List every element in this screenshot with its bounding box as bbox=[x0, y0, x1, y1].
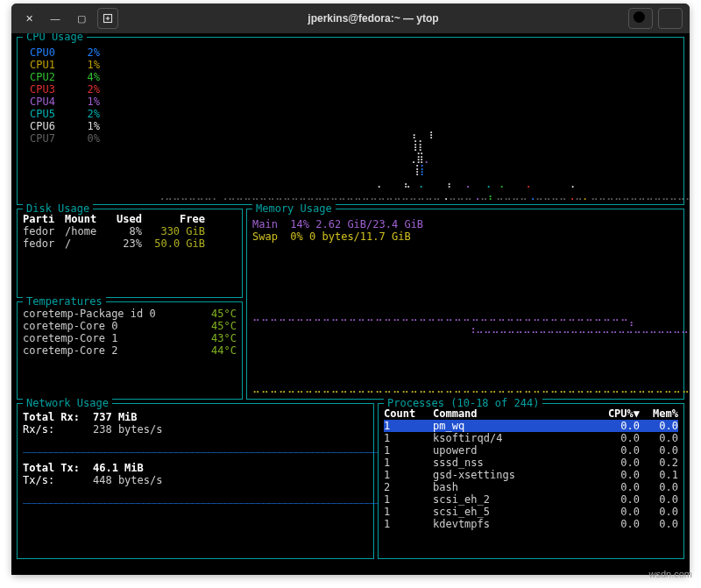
temp-row: coretemp-Core 045°C bbox=[23, 320, 237, 332]
temp-row: coretemp-Core 143°C bbox=[23, 332, 237, 344]
process-row[interactable]: 1gsd-xsettings0.00.1 bbox=[384, 469, 678, 481]
net-tx-graph: ________________________________________… bbox=[23, 492, 368, 504]
process-row[interactable]: 2bash0.00.0 bbox=[384, 481, 678, 493]
net-txs-label: Tx/s: bbox=[23, 474, 93, 486]
memory-panel-title: Memory Usage bbox=[252, 202, 336, 215]
network-panel-title: Network Usage bbox=[23, 397, 112, 409]
disk-row: fedor/23%50.0 GiB bbox=[23, 237, 237, 250]
process-headers: Count Command CPU%▼ Mem% bbox=[384, 407, 678, 420]
net-txs-value: 448 bytes/s bbox=[93, 474, 162, 486]
disk-usage-panel: Disk Usage Parti Mount Used Free fedor/h… bbox=[17, 209, 243, 298]
process-row[interactable]: 1pm_wq0.00.0 bbox=[384, 420, 678, 432]
net-rx-label: Total Rx: bbox=[23, 411, 93, 423]
cpu-core-row: CPU32% bbox=[30, 83, 678, 96]
cpu-core-row: CPU02% bbox=[30, 46, 678, 59]
net-rx-value: 737 MiB bbox=[93, 411, 138, 423]
net-tx-value: 46.1 MiB bbox=[93, 462, 144, 474]
titlebar: ✕ — ▢ jperkins@fedora:~ — ytop bbox=[11, 4, 690, 33]
processes-panel: Processes (10-18 of 244) Count Command C… bbox=[378, 403, 684, 559]
search-button[interactable] bbox=[628, 8, 653, 29]
process-row[interactable]: 1ksoftirqd/40.00.0 bbox=[384, 432, 678, 444]
watermark: wsdn.com bbox=[648, 569, 692, 579]
temp-row: coretemp-Core 244°C bbox=[23, 344, 237, 357]
maximize-button[interactable]: ▢ bbox=[71, 8, 92, 29]
minimize-button[interactable]: — bbox=[45, 8, 66, 29]
processes-panel-title: Processes (10-18 of 244) bbox=[384, 397, 542, 409]
window-title: jperkins@fedora:~ — ytop bbox=[118, 12, 628, 25]
sort-column-cpu[interactable]: CPU%▼ bbox=[601, 407, 640, 420]
disk-row: fedor/home8%330 GiB bbox=[23, 225, 237, 237]
svg-point-3 bbox=[634, 11, 645, 23]
process-row[interactable]: 1scsi_eh_50.00.0 bbox=[384, 506, 678, 518]
cpu-usage-panel: CPU Usage CPU02%CPU11%CPU24%CPU32%CPU41%… bbox=[17, 37, 684, 205]
temps-panel-title: Temperatures bbox=[23, 295, 106, 308]
svg-line-4 bbox=[643, 21, 649, 27]
cpu-core-row: CPU41% bbox=[30, 96, 678, 108]
process-row[interactable]: 1kdevtmpfs0.00.0 bbox=[384, 518, 678, 530]
process-row[interactable]: 1scsi_eh_20.00.0 bbox=[384, 493, 678, 506]
process-row[interactable]: 1upowerd0.00.0 bbox=[384, 444, 678, 457]
cpu-graph: ⠀⢀⣀⣀⣀⣀⣀⣀⡀⢀⣀⣀⣀⣀⣀⣀⣀⣀⣀⣀⣀⣀⣀⣀⣀⣀⣀⣀⣀⣀⣀⣀⣀⣀⣀⣀⣀⢀⣀⣀… bbox=[149, 113, 678, 201]
temperatures-panel: Temperatures coretemp-Package id 045°Cco… bbox=[17, 301, 243, 400]
memory-usage-panel: Memory Usage Main 14% 2.62 GiB/23.4 GiB … bbox=[246, 209, 684, 400]
mem-main-value: 14% 2.62 GiB/23.4 GiB bbox=[290, 218, 423, 230]
terminal-body: CPU Usage CPU02%CPU11%CPU24%CPU32%CPU41%… bbox=[11, 33, 690, 575]
cpu-core-row: CPU24% bbox=[30, 71, 678, 83]
hamburger-menu-button[interactable] bbox=[658, 8, 683, 29]
terminal-window: ✕ — ▢ jperkins@fedora:~ — ytop CPU Usage… bbox=[11, 4, 690, 575]
disk-panel-title: Disk Usage bbox=[23, 202, 93, 215]
net-rxs-value: 238 bytes/s bbox=[93, 423, 162, 436]
new-tab-button[interactable] bbox=[97, 8, 118, 29]
net-rx-graph: ________________________________________… bbox=[23, 441, 368, 453]
cpu-panel-title: CPU Usage bbox=[23, 33, 87, 43]
network-usage-panel: Network Usage Total Rx:737 MiB Rx/s:238 … bbox=[17, 403, 374, 559]
cpu-core-row: CPU11% bbox=[30, 59, 678, 71]
disk-headers: Parti Mount Used Free bbox=[23, 213, 237, 225]
temp-row: coretemp-Package id 045°C bbox=[23, 308, 237, 320]
close-button[interactable]: ✕ bbox=[18, 8, 39, 29]
mem-swap-value: 0% 0 bytes/11.7 GiB bbox=[290, 230, 410, 243]
memory-graph: ⠒⠒⠒⠒⠒⠒⠒⠒⠒⠒⠒⠒⠒⠒⠒⠒⠒⠒⠒⠒⠒⠒⠒⠒⠒⠒⠒⠒⠒⠒⠒⠒⠒⠒⠒⠒⠒⠒⠒⠒… bbox=[252, 315, 678, 393]
net-rxs-label: Rx/s: bbox=[23, 423, 93, 436]
net-tx-label: Total Tx: bbox=[23, 462, 93, 474]
mem-swap-label: Swap bbox=[252, 230, 278, 243]
mem-main-label: Main bbox=[252, 218, 278, 230]
process-row[interactable]: 1sssd_nss0.00.2 bbox=[384, 457, 678, 469]
